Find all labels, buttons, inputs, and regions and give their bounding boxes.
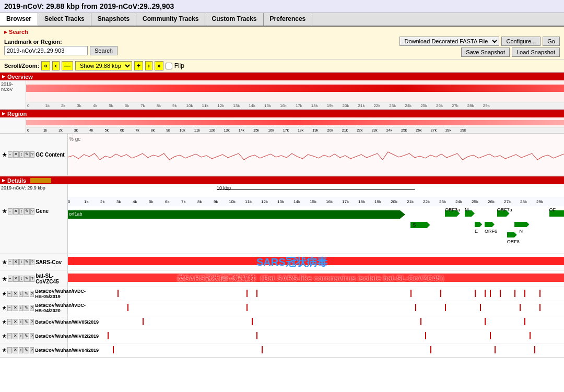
betacov-wiv04-track-row: ★ − ✕ ↕ ✎ ? BetaCoV/Wuhan/WIV04/2019 — [0, 343, 564, 358]
orf6-gene[interactable] — [485, 222, 495, 227]
save-snapshot-button[interactable]: Save Snapshot — [461, 47, 510, 57]
betacov-wiv02-edit-btn[interactable]: ✎ — [24, 333, 29, 339]
betacov-hb04-content[interactable]: Deletion name: MN908947.3/EPI_ISL_402120… — [68, 301, 564, 315]
menu-snapshots[interactable]: Snapshots — [91, 13, 136, 26]
menu-browser[interactable]: Browser — [0, 13, 38, 26]
betacov-wiv05-edit-btn[interactable]: ✎ — [24, 319, 29, 325]
betacov-wiv04-x-btn[interactable]: ✕ — [13, 347, 18, 353]
orf1ab-gene[interactable] — [68, 210, 405, 219]
scroll-far-right-btn[interactable]: » — [155, 61, 163, 70]
menu-select-tracks[interactable]: Select Tracks — [38, 13, 91, 26]
gene-content[interactable]: orf1ab S ORF3a M ORF6 ORF7a N — [68, 206, 564, 253]
gc-x-btn[interactable]: ✕ — [13, 151, 19, 158]
betacov-hb05-question-btn[interactable]: ? — [30, 291, 34, 297]
betacov-hb05-content[interactable] — [68, 287, 564, 301]
scroll-far-left-btn[interactable]: « — [41, 61, 50, 70]
betacov-hb04-minus-btn[interactable]: − — [7, 305, 12, 311]
betacov-wiv05-question-btn[interactable]: ? — [30, 319, 34, 325]
bat-sl-question-btn[interactable]: ? — [30, 276, 34, 282]
bat-sl-text: 类SARS冠状病毒蝙蝠株（Bat SARS-like coronavirus i… — [177, 274, 448, 283]
overview-genome-bar — [26, 85, 564, 92]
betacov-hb04-question-btn[interactable]: ? — [30, 305, 34, 311]
sars-cov-content[interactable]: SARS冠状病毒 — [68, 254, 564, 270]
gene-edit-btn[interactable]: ✎ — [24, 208, 30, 215]
betacov-hb05-edit-btn[interactable]: ✎ — [24, 291, 29, 297]
betacov-wiv02-x-btn[interactable]: ✕ — [13, 333, 18, 339]
bat-sl-arrow-btn[interactable]: ↕ — [19, 276, 24, 282]
betacov-wiv05-content[interactable] — [68, 315, 564, 329]
sars-cov-star: ★ — [2, 259, 7, 265]
gc-minus-btn[interactable]: − — [8, 151, 13, 158]
betacov-hb05-star: ★ — [2, 291, 6, 296]
scroll-right-btn[interactable]: › — [145, 61, 152, 70]
gc-arrow-btn[interactable]: ↕ — [19, 151, 24, 158]
betacov-hb05-minus-btn[interactable]: − — [7, 291, 12, 297]
gene-x-btn[interactable]: ✕ — [13, 208, 19, 215]
gc-edit-btn[interactable]: ✎ — [24, 151, 30, 158]
download-select[interactable]: Download Decorated FASTA File — [400, 37, 499, 46]
overview-ruler: 0 1k 2k 3k 4k 5k 6k 7k 8k 9k 10k 11k 12k… — [26, 102, 564, 109]
betacov-hb05-x-btn[interactable]: ✕ — [13, 291, 18, 297]
flip-label: Flip — [174, 62, 184, 69]
search-button[interactable]: Search — [90, 46, 118, 55]
sars-cov-question-btn[interactable]: ? — [30, 259, 34, 265]
sars-cov-edit-btn[interactable]: ✎ — [24, 259, 30, 265]
betacov-wiv05-minus-btn[interactable]: − — [7, 319, 12, 325]
show-zoom-select[interactable]: Show 29.88 kbp — [75, 61, 132, 70]
bat-sl-content[interactable]: 类SARS冠状病毒蝙蝠株（Bat SARS-like coronavirus i… — [68, 271, 564, 287]
load-snapshot-button[interactable]: Load Snapshot — [512, 47, 560, 57]
landmark-input[interactable] — [4, 46, 88, 55]
betacov-wiv02-track-row: ★ − ✕ ↕ ✎ ? BetaCoV/Wuhan/WIV02/2019 — [0, 329, 564, 343]
betacov-hb04-x-btn[interactable]: ✕ — [13, 305, 18, 311]
betacov-wiv05-x-btn[interactable]: ✕ — [13, 319, 18, 325]
betacov-wiv04-minus-btn[interactable]: − — [7, 347, 12, 353]
betacov-hb04-track-row: ★ − ✕ ↕ ✎ ? BetaCoV/Wuhan/IVDC-HB-04/202… — [0, 301, 564, 315]
sars-cov-arrow-btn[interactable]: ↕ — [19, 259, 24, 265]
gene-arrow-btn[interactable]: ↕ — [19, 208, 24, 215]
gc-question-btn[interactable]: ? — [30, 151, 34, 158]
betacov-wiv04-content[interactable] — [68, 343, 564, 357]
orf8-gene[interactable] — [507, 232, 517, 237]
gc-content-area[interactable]: % gc — [68, 134, 564, 175]
region-content[interactable]: 01k2k3k4k5k6k7k8k9k10k11k12k13k14k15k16k… — [26, 117, 564, 133]
region-section: ▸ Region 01k2k3k4k5k6k7k8k9k10k11k12k13k… — [0, 110, 564, 134]
betacov-wiv02-minus-btn[interactable]: − — [7, 333, 12, 339]
betacov-wiv02-question-btn[interactable]: ? — [30, 333, 34, 339]
betacov-hb04-edit-btn[interactable]: ✎ — [24, 305, 29, 311]
betacov-wiv04-question-btn[interactable]: ? — [30, 347, 34, 353]
region-header: ▸ Region — [0, 110, 564, 117]
betacov-hb04-arrow-btn[interactable]: ↕ — [19, 305, 23, 311]
bat-sl-edit-btn[interactable]: ✎ — [24, 276, 30, 282]
betacov-wiv02-arrow-btn[interactable]: ↕ — [19, 333, 23, 339]
betacov-wiv04-edit-btn[interactable]: ✎ — [24, 347, 29, 353]
menu-community-tracks[interactable]: Community Tracks — [136, 13, 205, 26]
configure-button[interactable]: Configure... — [501, 37, 540, 46]
overview-content[interactable]: 0 1k 2k 3k 4k 5k 6k 7k 8k 9k 10k 11k 12k… — [26, 80, 564, 109]
menu-preferences[interactable]: Preferences — [264, 13, 313, 26]
n-gene[interactable] — [514, 222, 530, 227]
betacov-wiv05-arrow-btn[interactable]: ↕ — [19, 319, 23, 325]
sars-cov-minus-btn[interactable]: − — [8, 259, 13, 265]
bat-sl-minus-btn[interactable]: − — [8, 276, 13, 282]
betacov-hb05-arrow-btn[interactable]: ↕ — [19, 291, 23, 297]
bat-sl-x-btn[interactable]: ✕ — [13, 276, 19, 282]
menu-custom-tracks[interactable]: Custom Tracks — [205, 13, 263, 26]
betacov-wiv02-star: ★ — [2, 334, 6, 339]
e-gene[interactable] — [475, 222, 482, 227]
sars-cov-x-btn[interactable]: ✕ — [13, 259, 19, 265]
gc-track-row: ★ − ✕ ↕ ✎ ? GC Content % gc — [0, 134, 564, 176]
zoom-in-btn[interactable]: + — [134, 61, 143, 70]
landmark-label: Landmark or Region: — [4, 39, 118, 45]
betacov-wiv04-arrow-btn[interactable]: ↕ — [19, 347, 23, 353]
gene-minus-btn[interactable]: − — [8, 208, 13, 215]
gene-question-btn[interactable]: ? — [30, 208, 34, 215]
m-label: M — [465, 207, 469, 212]
details-triangle: ▸ — [2, 177, 5, 184]
scroll-left-btn[interactable]: ‹ — [52, 61, 60, 70]
go-button[interactable]: Go — [543, 37, 560, 46]
gene-star: ★ — [2, 208, 7, 214]
overview-section: ▸ Overview 2019-nCoV 0 1k 2k 3k 4k 5k 6k… — [0, 73, 564, 110]
betacov-wiv02-content[interactable] — [68, 329, 564, 343]
zoom-out-btn[interactable]: — — [62, 61, 73, 70]
flip-checkbox[interactable] — [166, 63, 172, 69]
